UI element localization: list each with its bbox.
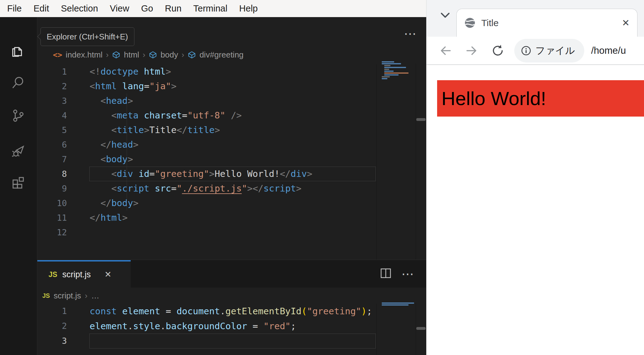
browser-tab-title: Title <box>481 18 616 28</box>
tab-script-js[interactable]: JS script.js ✕ <box>37 260 131 288</box>
screenshot-root: FileEditSelectionViewGoRunTerminalHelp <box>0 0 644 355</box>
viewport-edge <box>376 304 377 355</box>
code-line-12[interactable]: 12 <box>37 225 426 240</box>
greeting-text: Hello World! <box>437 87 546 109</box>
chevron-right-icon: › <box>142 50 145 60</box>
minimap[interactable] <box>382 302 415 306</box>
breadcrumb-item-html[interactable]: html <box>124 50 139 60</box>
line-number: 2 <box>37 319 67 334</box>
chevron-right-icon: › <box>181 50 184 60</box>
panel-more-actions-button[interactable]: ⋯ <box>401 267 414 281</box>
menu-item-edit[interactable]: Edit <box>28 3 55 14</box>
code-line-2[interactable]: 2<html lang="ja"> <box>37 79 426 94</box>
chip-label: ファイル <box>535 44 575 57</box>
menu-item-go[interactable]: Go <box>135 3 159 14</box>
minimap[interactable] <box>382 61 408 79</box>
panel-border <box>37 260 426 260</box>
code-line-3[interactable]: 3 <head> <box>37 94 426 108</box>
js-editor[interactable]: 1const element = document.getElementById… <box>37 304 426 348</box>
line-number: 1 <box>37 304 67 319</box>
editor-more-actions-button[interactable]: ⋯ <box>404 26 417 41</box>
line-number: 9 <box>37 181 67 196</box>
explorer-files-icon[interactable] <box>10 44 26 60</box>
browser-window: Title ✕ <box>426 0 644 355</box>
panel-tab-bar: JS script.js ✕ ⋯ <box>37 260 426 288</box>
line-number: 12 <box>37 225 67 240</box>
menu-item-file[interactable]: File <box>1 3 28 14</box>
minimap-border <box>416 303 416 355</box>
info-icon <box>521 46 531 56</box>
file-scheme-chip[interactable]: ファイル <box>514 39 584 62</box>
explorer-tooltip: Explorer (Ctrl+Shift+E) <box>40 27 134 46</box>
line-number: 1 <box>37 64 67 79</box>
breadcrumb-item-div[interactable]: div#greeting <box>199 50 244 60</box>
js-file-icon: JS <box>42 292 50 299</box>
forward-icon[interactable] <box>464 44 479 58</box>
tooltip-label: Explorer (Ctrl+Shift+E) <box>47 32 128 42</box>
activity-bar <box>0 17 37 355</box>
panel-breadcrumb: JS script.js › … <box>37 288 99 304</box>
html-editor[interactable]: 1<!doctype html>2<html lang="ja">3 <head… <box>37 64 426 240</box>
code-line-6[interactable]: 6 </head> <box>37 137 426 152</box>
menu-item-help[interactable]: Help <box>233 3 264 14</box>
menu-item-terminal[interactable]: Terminal <box>187 3 233 14</box>
code-line-8[interactable]: 8 <div id="greeting">Hello World!</div> <box>37 167 426 181</box>
js-file-icon: JS <box>49 270 57 279</box>
line-number: 10 <box>37 196 67 210</box>
menu-item-view[interactable]: View <box>104 3 135 14</box>
back-icon[interactable] <box>438 44 453 58</box>
line-number: 2 <box>37 79 67 94</box>
search-icon[interactable] <box>10 75 26 90</box>
tooltip-arrow <box>37 33 44 40</box>
editor-area: ⋯ Explorer (Ctrl+Shift+E) <> index.html … <box>37 17 426 355</box>
extensions-icon[interactable] <box>10 174 26 190</box>
line-number: 5 <box>37 123 67 137</box>
line-number: 7 <box>37 152 67 167</box>
tab-label: script.js <box>62 270 91 279</box>
code-line-4[interactable]: 4 <meta charset="utf-8" /> <box>37 108 426 123</box>
code-brackets-icon: <> <box>53 50 62 59</box>
vscode-window: FileEditSelectionViewGoRunTerminalHelp <box>0 0 426 355</box>
line-number: 8 <box>37 167 67 181</box>
line-number: 11 <box>37 210 67 225</box>
code-line-10[interactable]: 10 </body> <box>37 196 426 210</box>
line-number: 6 <box>37 137 67 152</box>
run-debug-icon[interactable] <box>10 143 26 158</box>
code-line-1[interactable]: 1<!doctype html> <box>37 64 426 79</box>
browser-tab-strip: Title ✕ <box>427 0 644 37</box>
url-text: /home/u <box>591 45 626 56</box>
menu-item-selection[interactable]: Selection <box>55 3 104 14</box>
reload-icon[interactable] <box>491 44 505 58</box>
symbol-cube-icon <box>112 51 120 59</box>
breadcrumb-item-file[interactable]: index.html <box>66 50 103 60</box>
line-number: 3 <box>37 334 67 348</box>
menu-item-run[interactable]: Run <box>159 3 187 14</box>
split-editor-icon[interactable] <box>380 268 391 280</box>
code-line-3[interactable]: 3 <box>37 334 426 348</box>
indent-guide <box>127 94 127 210</box>
code-line-7[interactable]: 7 <body> <box>37 152 426 167</box>
code-line-5[interactable]: 5 <title>Title</title> <box>37 123 426 137</box>
greeting-banner: Hello World! <box>437 80 644 117</box>
address-bar[interactable]: ファイル /home/u <box>514 39 644 62</box>
breadcrumb: <> index.html › html › body › div#greeti… <box>37 46 244 64</box>
breadcrumb-item-more[interactable]: … <box>91 291 99 301</box>
minimap-border <box>416 64 416 260</box>
code-line-9[interactable]: 9 <script src="./script.js"></script> <box>37 181 426 196</box>
symbol-cube-icon <box>149 51 157 59</box>
code-line-1[interactable]: 1const element = document.getElementById… <box>37 304 426 319</box>
overview-ruler-marker[interactable] <box>416 327 426 330</box>
code-line-11[interactable]: 11</html> <box>37 210 426 225</box>
browser-tab[interactable]: Title ✕ <box>456 9 637 37</box>
menu-bar: FileEditSelectionViewGoRunTerminalHelp <box>0 0 426 17</box>
overview-ruler-marker[interactable] <box>416 118 426 121</box>
tab-search-chevron-icon[interactable] <box>439 9 451 21</box>
close-icon[interactable]: ✕ <box>105 270 112 279</box>
close-icon[interactable]: ✕ <box>622 17 630 28</box>
breadcrumb-item-scriptjs[interactable]: script.js <box>54 291 81 301</box>
browser-toolbar: ファイル /home/u <box>427 37 644 65</box>
breadcrumb-item-body[interactable]: body <box>161 50 178 60</box>
line-number: 3 <box>37 94 67 108</box>
source-control-icon[interactable] <box>10 108 26 123</box>
code-line-2[interactable]: 2element.style.backgroundColor = "red"; <box>37 319 426 334</box>
